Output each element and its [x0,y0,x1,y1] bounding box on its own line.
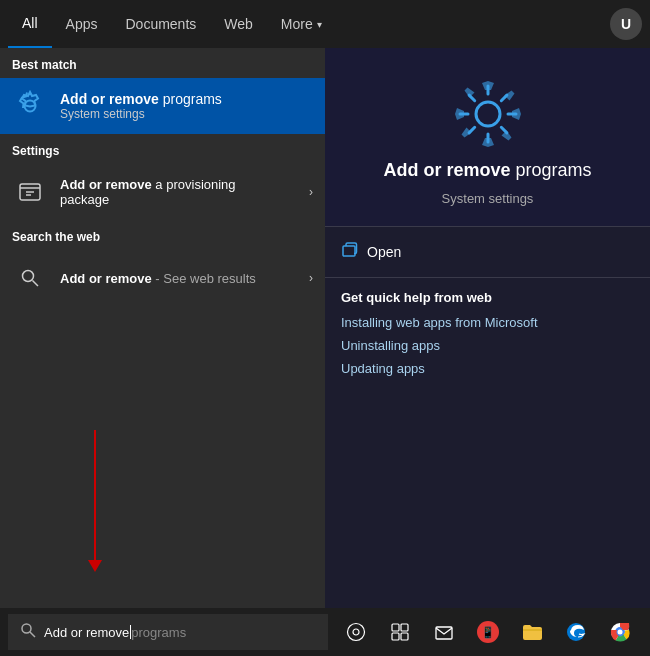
open-button[interactable]: Open [341,235,634,269]
svg-point-2 [23,271,34,282]
search-web-label: Search the web [0,220,325,250]
help-link-uninstalling[interactable]: Uninstalling apps [341,338,634,353]
phone-link-button[interactable]: 📱 [468,612,508,652]
svg-text:📱: 📱 [481,625,495,639]
task-view-button[interactable] [380,612,420,652]
arrow-annotation [88,430,102,572]
tab-all[interactable]: All [8,0,52,48]
tab-documents[interactable]: Documents [111,0,210,48]
search-typed: Add or remove [44,625,129,640]
taskbar-icons: 📱 [336,612,640,652]
tab-documents-label: Documents [125,16,196,32]
help-link-updating[interactable]: Updating apps [341,361,634,376]
user-avatar[interactable]: U [610,8,642,40]
web-search-title: Add or remove - See web results [60,271,313,286]
right-actions: Open [325,227,650,278]
file-explorer-button[interactable] [512,612,552,652]
svg-line-3 [33,281,39,287]
svg-rect-20 [392,633,399,640]
best-match-title: Add or remove programs [60,91,313,107]
user-initial: U [621,16,631,32]
arrow-head [88,560,102,572]
edge-button[interactable] [556,612,596,652]
svg-line-15 [30,632,35,637]
svg-point-29 [618,630,623,635]
tab-more-label: More [281,16,313,32]
web-search-item[interactable]: Add or remove - See web results › [0,250,325,306]
search-text: Add or removeprograms [44,625,186,640]
settings-chevron-icon: › [309,185,313,199]
best-match-item[interactable]: Add or remove programs System settings [0,78,325,134]
settings-provisioning-item[interactable]: Add or remove a provisioningpackage › [0,164,325,220]
open-label: Open [367,244,401,260]
right-hero: Add or remove programs System settings [325,48,650,227]
quick-help: Get quick help from web Installing web a… [325,278,650,396]
best-match-text: Add or remove programs System settings [60,91,313,121]
arrow-line [94,430,96,560]
hero-gear-icon [452,78,524,150]
svg-rect-18 [392,624,399,631]
settings-provisioning-text: Add or remove a provisioningpackage [60,177,313,207]
tab-web[interactable]: Web [210,0,267,48]
svg-point-4 [476,102,500,126]
mail-button[interactable] [424,612,464,652]
search-icon [20,622,36,642]
open-icon [341,241,359,263]
web-search-text: Add or remove - See web results [60,271,313,286]
tab-more[interactable]: More ▾ [267,0,336,48]
settings-provisioning-title: Add or remove a provisioningpackage [60,177,313,207]
svg-point-14 [22,624,31,633]
more-dropdown-icon: ▾ [317,19,322,30]
hero-subtitle: System settings [442,191,534,206]
web-search-icon [12,260,48,296]
svg-point-17 [353,629,359,635]
best-match-label: Best match [0,48,325,78]
tab-apps[interactable]: Apps [52,0,112,48]
quick-help-title: Get quick help from web [341,290,634,305]
search-bar[interactable]: Add or removeprograms [8,614,328,650]
right-panel: Add or remove programs System settings O… [325,48,650,608]
best-match-icon [12,88,48,124]
svg-rect-13 [343,246,355,256]
top-nav: All Apps Documents Web More ▾ U [0,0,650,48]
svg-rect-19 [401,624,408,631]
settings-item-icon [12,174,48,210]
hero-title: Add or remove programs [383,160,591,181]
left-panel: Best match Add or remove programs System… [0,48,325,608]
tab-apps-label: Apps [66,16,98,32]
start-button[interactable] [336,612,376,652]
help-link-installing[interactable]: Installing web apps from Microsoft [341,315,634,330]
tab-web-label: Web [224,16,253,32]
best-match-subtitle: System settings [60,107,313,121]
svg-rect-21 [401,633,408,640]
tab-all-label: All [22,15,38,31]
search-placeholder: programs [131,625,186,640]
taskbar: Add or removeprograms [0,608,650,656]
svg-rect-22 [436,627,452,639]
svg-point-16 [348,624,365,641]
web-chevron-icon: › [309,271,313,285]
settings-section-label: Settings [0,134,325,164]
chrome-button[interactable] [600,612,640,652]
